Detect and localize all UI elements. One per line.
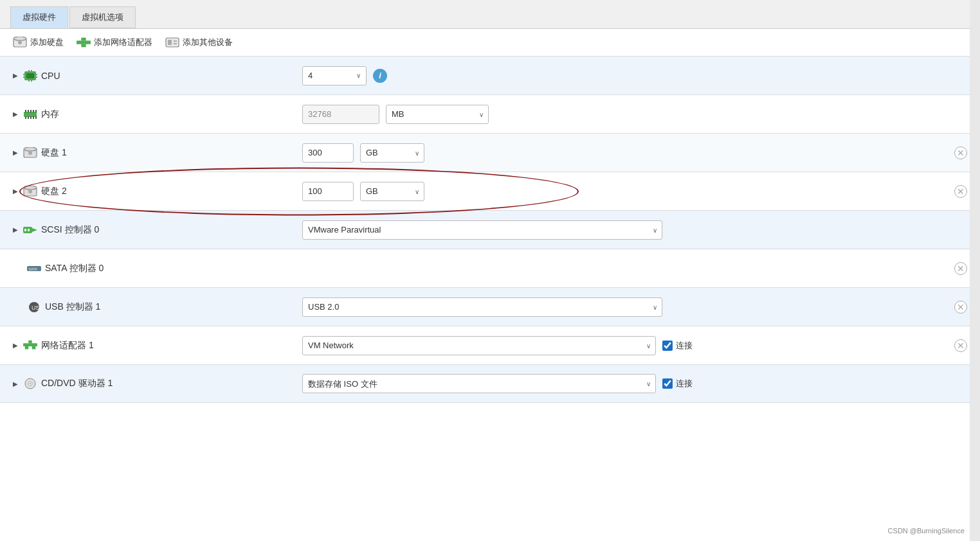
- tab-virtual-hardware[interactable]: 虚拟硬件: [10, 6, 68, 28]
- cdrom1-row: ▶ CD/DVD 驱动器 1 数据存储 ISO 文件 连接: [0, 364, 980, 403]
- disk1-icon: [23, 147, 37, 159]
- sata0-label-col: SATA SATA 控制器 0: [0, 263, 302, 274]
- disk2-unit-wrapper: GB MB TB: [360, 182, 424, 201]
- svg-rect-26: [25, 116, 26, 119]
- usb-icon: USB: [27, 301, 41, 313]
- scsi0-row: ▶ SCSI 控制器 0 VMware Paravirtual: [0, 210, 980, 249]
- scsi0-label: SCSI 控制器 0: [41, 224, 99, 236]
- svg-text:SATA: SATA: [28, 267, 37, 271]
- svg-rect-13: [31, 70, 32, 71]
- usb1-label-col: USB USB 控制器 1: [0, 301, 302, 313]
- scsi0-label-col: ▶ SCSI 控制器 0: [0, 224, 302, 236]
- scsi0-value-col: VMware Paravirtual: [302, 215, 941, 245]
- cpu-dropdown[interactable]: 4 ∨: [302, 66, 367, 85]
- cdrom1-connect-checkbox[interactable]: [662, 378, 673, 389]
- disk2-remove-button[interactable]: ✕: [954, 185, 967, 198]
- cpu-info-icon[interactable]: i: [373, 69, 387, 83]
- usb1-select-wrapper: USB 2.0 USB 3.0: [302, 297, 662, 317]
- cdrom1-connect-text: 连接: [676, 378, 693, 389]
- net1-connect-label[interactable]: 连接: [662, 340, 693, 351]
- memory-input[interactable]: [302, 105, 379, 124]
- scsi0-expand-arrow[interactable]: ▶: [13, 226, 18, 233]
- net1-expand-arrow[interactable]: ▶: [13, 342, 18, 349]
- memory-unit-wrapper: MB GB: [386, 105, 489, 124]
- disk1-size-input[interactable]: [302, 143, 354, 163]
- disk2-icon: [23, 186, 37, 197]
- svg-point-32: [24, 147, 37, 151]
- cdrom1-select[interactable]: 数据存储 ISO 文件: [302, 374, 656, 393]
- cdrom1-value-col: 数据存储 ISO 文件 连接: [302, 369, 941, 398]
- memory-label-col: ▶ 内存: [0, 109, 302, 120]
- cpu-row: ▶ CPU 4 ∨ i: [0, 56, 980, 94]
- svg-point-51: [30, 383, 31, 384]
- add-network-label: 添加网络适配器: [94, 37, 152, 48]
- net1-label: 网络适配器 1: [41, 340, 94, 351]
- disk2-row: ▶ 硬盘 2 GB MB TB ✕: [0, 172, 980, 210]
- add-other-label: 添加其他设备: [183, 37, 233, 48]
- scsi0-select[interactable]: VMware Paravirtual: [302, 220, 662, 240]
- add-disk-button[interactable]: 添加硬盘: [13, 37, 64, 48]
- memory-row: ▶ 内存 MB GB: [0, 94, 980, 133]
- disk2-size-input[interactable]: [302, 182, 354, 201]
- disk1-unit-wrapper: GB MB TB: [360, 143, 424, 163]
- svg-rect-15: [31, 80, 32, 82]
- svg-rect-22: [28, 110, 29, 112]
- memory-unit-select[interactable]: MB GB: [386, 105, 489, 124]
- network-add-icon: [77, 37, 91, 48]
- net1-select[interactable]: VM Network: [302, 336, 656, 355]
- cpu-icon: [23, 70, 37, 82]
- disk1-expand-arrow[interactable]: ▶: [13, 149, 18, 156]
- disk1-remove-button[interactable]: ✕: [954, 146, 967, 159]
- disk1-label-col: ▶ 硬盘 1: [0, 147, 302, 159]
- disk1-unit-select[interactable]: GB MB TB: [360, 143, 424, 163]
- disk2-unit-select[interactable]: GB MB TB: [360, 182, 424, 201]
- svg-rect-24: [33, 110, 34, 112]
- disk1-value-col: GB MB TB: [302, 138, 941, 168]
- cdrom1-connect-label[interactable]: 连接: [662, 378, 693, 389]
- net1-connect-text: 连接: [676, 340, 693, 351]
- add-network-button[interactable]: 添加网络适配器: [77, 37, 152, 48]
- sata0-label: SATA 控制器 0: [45, 263, 104, 274]
- svg-point-2: [18, 40, 22, 44]
- svg-rect-21: [25, 110, 26, 112]
- svg-rect-7: [168, 40, 172, 45]
- usb1-value-col: USB 2.0 USB 3.0: [302, 292, 941, 322]
- svg-point-36: [28, 190, 32, 193]
- tab-bar: 虚拟硬件 虚拟机选项: [0, 0, 980, 29]
- usb1-remove-button[interactable]: ✕: [954, 301, 967, 314]
- svg-rect-20: [24, 112, 37, 117]
- svg-rect-47: [25, 346, 29, 349]
- sata0-remove-button[interactable]: ✕: [954, 262, 967, 275]
- disk2-expand-arrow[interactable]: ▶: [13, 188, 18, 195]
- svg-rect-3: [77, 40, 91, 44]
- watermark: CSDN @BurningSilence: [888, 527, 965, 535]
- scsi-icon: [23, 224, 37, 236]
- memory-expand-arrow[interactable]: ▶: [13, 111, 18, 118]
- disk1-label: 硬盘 1: [41, 147, 67, 159]
- net1-connect-checkbox[interactable]: [662, 341, 673, 351]
- svg-rect-9: [174, 43, 177, 44]
- svg-rect-19: [36, 76, 37, 78]
- tab-vm-options[interactable]: 虚拟机选项: [69, 6, 136, 28]
- svg-point-35: [24, 186, 37, 190]
- cpu-value: 4: [308, 71, 313, 80]
- disk1-row: ▶ 硬盘 1 GB MB TB ✕: [0, 133, 980, 172]
- net1-remove-button[interactable]: ✕: [954, 339, 967, 352]
- cpu-value-col: 4 ∨ i: [302, 61, 941, 91]
- usb1-select[interactable]: USB 2.0 USB 3.0: [302, 297, 662, 317]
- cdrom1-select-wrapper: 数据存储 ISO 文件: [302, 374, 656, 393]
- svg-rect-5: [81, 44, 86, 48]
- add-other-button[interactable]: 添加其他设备: [165, 37, 233, 48]
- toolbar: 添加硬盘 添加网络适配器 添加其他设备: [0, 29, 980, 56]
- svg-rect-4: [81, 38, 86, 41]
- scrollbar[interactable]: [970, 0, 980, 541]
- sata0-row: SATA SATA 控制器 0 ✕: [0, 249, 980, 287]
- hardware-list: ▶ CPU 4 ∨ i ▶ 内存: [0, 56, 980, 403]
- net1-value-col: VM Network 连接: [302, 331, 941, 360]
- svg-rect-30: [35, 116, 37, 119]
- cpu-expand-arrow[interactable]: ▶: [13, 72, 18, 79]
- cdrom1-expand-arrow[interactable]: ▶: [13, 380, 18, 387]
- cpu-label: CPU: [41, 71, 60, 81]
- sata0-value-col: [302, 263, 941, 274]
- svg-rect-25: [35, 110, 37, 112]
